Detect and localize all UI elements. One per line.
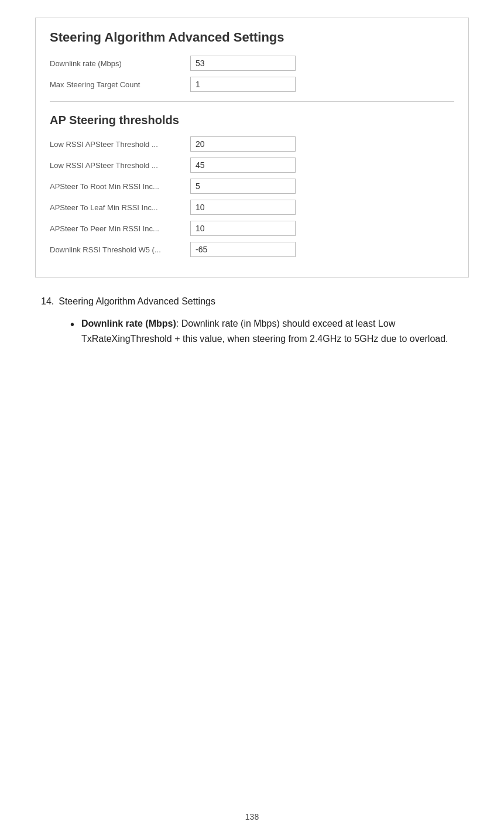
numbered-item-14-number: 14.	[41, 296, 54, 307]
max-steering-input[interactable]	[190, 77, 296, 92]
peer-min-rssi-input[interactable]	[190, 221, 296, 236]
subsection-title: AP Steering thresholds	[50, 114, 454, 127]
numbered-item-14-title: Steering Algorithm Advanced Settings	[59, 296, 215, 307]
bullet-bold-term: Downlink rate (Mbps)	[81, 319, 176, 328]
field-label-downlink-rate: Downlink rate (Mbps)	[50, 59, 190, 68]
field-row-leaf-min-rssi: APSteer To Leaf Min RSSI Inc...	[50, 200, 454, 215]
bullet-dot: •	[70, 315, 74, 334]
field-row-downlink-rssi-w5: Downlink RSSI Threshold W5 (...	[50, 242, 454, 257]
field-row-low-rssi-2: Low RSSI APSteer Threshold ...	[50, 157, 454, 173]
field-label-low-rssi-2: Low RSSI APSteer Threshold ...	[50, 161, 190, 170]
page-number: 138	[245, 812, 259, 821]
field-label-leaf-min-rssi: APSteer To Leaf Min RSSI Inc...	[50, 203, 190, 212]
panel-title: Steering Algorithm Advanced Settings	[50, 30, 454, 45]
leaf-min-rssi-input[interactable]	[190, 200, 296, 215]
bullet-list-14: • Downlink rate (Mbps): Downlink rate (i…	[70, 316, 463, 346]
field-label-max-steering: Max Steering Target Count	[50, 80, 190, 89]
field-row-max-steering: Max Steering Target Count	[50, 77, 454, 92]
downlink-rssi-w5-input[interactable]	[190, 242, 296, 257]
field-label-root-min-rssi: APSteer To Root Min RSSI Inc...	[50, 182, 190, 191]
field-row-peer-min-rssi: APSteer To Peer Min RSSI Inc...	[50, 221, 454, 236]
bullet-item-downlink-rate: • Downlink rate (Mbps): Downlink rate (i…	[70, 316, 463, 346]
field-label-peer-min-rssi: APSteer To Peer Min RSSI Inc...	[50, 224, 190, 233]
field-label-low-rssi-1: Low RSSI APSteer Threshold ...	[50, 140, 190, 149]
numbered-item-14: 14. Steering Algorithm Advanced Settings	[41, 296, 463, 307]
threshold-fields: Low RSSI APSteer Threshold ... Low RSSI …	[50, 136, 454, 257]
root-min-rssi-input[interactable]	[190, 179, 296, 194]
downlink-rate-input[interactable]	[190, 56, 296, 71]
top-fields: Downlink rate (Mbps) Max Steering Target…	[50, 56, 454, 92]
low-rssi-2-input[interactable]	[190, 157, 296, 173]
low-rssi-1-input[interactable]	[190, 136, 296, 152]
field-row-downlink-rate: Downlink rate (Mbps)	[50, 56, 454, 71]
field-row-root-min-rssi: APSteer To Root Min RSSI Inc...	[50, 179, 454, 194]
bullet-text-downlink-rate: Downlink rate (Mbps): Downlink rate (in …	[81, 316, 463, 346]
page-container: Steering Algorithm Advanced Settings Dow…	[0, 0, 504, 839]
section-divider	[50, 101, 454, 102]
doc-content: 14. Steering Algorithm Advanced Settings…	[35, 296, 469, 346]
field-row-low-rssi-1: Low RSSI APSteer Threshold ...	[50, 136, 454, 152]
field-label-downlink-rssi-w5: Downlink RSSI Threshold W5 (...	[50, 245, 190, 254]
settings-panel: Steering Algorithm Advanced Settings Dow…	[35, 18, 469, 278]
